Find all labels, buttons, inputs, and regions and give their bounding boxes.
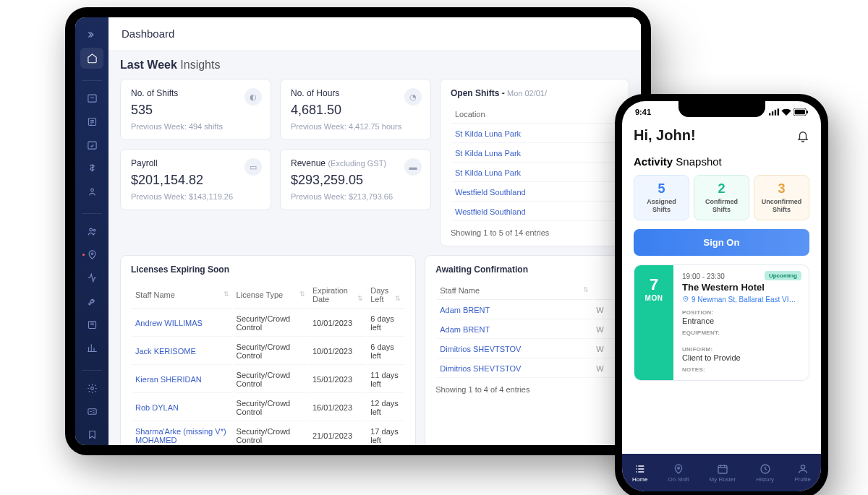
location-link[interactable]: St Kilda Luna Park xyxy=(452,145,617,163)
tablet-device: Dashboard Last Week Insights ◐ No. of Sh… xyxy=(65,7,651,455)
wrench-icon xyxy=(87,296,98,307)
sidebar-item-report[interactable] xyxy=(80,314,103,335)
snap-number: 5 xyxy=(637,181,686,197)
nav-history[interactable]: History xyxy=(756,463,774,483)
table-row[interactable]: Rob DYLANSecurity/Crowd Control16/01/202… xyxy=(132,395,404,421)
location-link[interactable]: St Kilda Luna Park xyxy=(452,164,617,182)
staff-link[interactable]: Kieran SHERIDAN xyxy=(132,366,232,393)
card-revenue: ▬ Revenue (Excluding GST) $293,259.05 Pr… xyxy=(280,149,431,210)
location-link[interactable]: Westfield Southland xyxy=(452,203,617,221)
card-hours: ◔ No. of Hours 4,681.50 Previous Week: 4… xyxy=(280,79,431,140)
sidebar-item-calendar[interactable] xyxy=(80,88,103,108)
table-row[interactable]: Westfield Southland xyxy=(452,203,617,221)
shift-day: 7 xyxy=(650,275,658,294)
staff-link[interactable]: Jack KERISOME xyxy=(132,338,232,365)
column-header[interactable]: Expiration Date⇅ xyxy=(310,282,366,309)
nav-on-shift[interactable]: On Shift xyxy=(668,463,689,483)
table-row[interactable]: Dimitrios SHEVTSTOVW xyxy=(437,360,617,378)
sidebar-item-card[interactable] xyxy=(80,401,103,421)
table-row[interactable]: Jack KERISOMESecurity/Crowd Control10/01… xyxy=(132,338,404,365)
nav-roster[interactable]: My Roster xyxy=(710,463,736,483)
staff-link[interactable]: Sharma'Arke (missing V*) MOHAMED xyxy=(132,423,232,445)
shift-card[interactable]: 7 MON Upcoming 19:00 - 23:30 The Western… xyxy=(634,264,809,381)
activity-icon xyxy=(87,272,98,283)
staff-link[interactable]: Adam BRENT xyxy=(437,321,592,339)
table-row[interactable]: Adam BRENTW xyxy=(437,301,617,319)
sidebar-expand-button[interactable] xyxy=(80,25,103,45)
awaiting-table: Staff Name⇅ Adam BRENTWAdam BRENTWDimitr… xyxy=(435,280,618,379)
table-row[interactable]: Westfield Southland xyxy=(452,184,617,202)
snapshot-card[interactable]: 3UnconfirmedShifts xyxy=(754,175,809,220)
nav-profile[interactable]: Profile xyxy=(794,463,811,483)
snapshot-card[interactable]: 5AssignedShifts xyxy=(634,175,689,220)
table-row[interactable]: Dimitrios SHEVTSTOVW xyxy=(437,340,617,358)
location-link[interactable]: St Kilda Luna Park xyxy=(452,125,617,143)
report-icon xyxy=(87,319,98,330)
sidebar-item-activity[interactable] xyxy=(80,268,103,288)
chevron-right-icon xyxy=(87,30,97,40)
table-row[interactable]: St Kilda Luna Park xyxy=(452,145,617,163)
staff-link[interactable]: Andrew WILLIMAS xyxy=(132,310,232,337)
sidebar-item-people[interactable] xyxy=(80,221,103,241)
sidebar-item-tools[interactable] xyxy=(80,291,103,311)
staff-link[interactable]: Dimitrios SHEVTSTOV xyxy=(437,340,592,358)
field-label: EQUIPMENT: xyxy=(682,330,800,336)
sidebar-item-person[interactable] xyxy=(80,181,103,202)
staff-link[interactable]: Rob DYLAN xyxy=(132,395,232,421)
table-cell: Security/Crowd Control xyxy=(234,366,308,393)
staff-link[interactable]: Adam BRENT xyxy=(437,301,592,319)
person-icon xyxy=(797,463,809,475)
column-header[interactable]: License Type⇅ xyxy=(234,282,308,309)
table-row[interactable]: Sharma'Arke (missing V*) MOHAMEDSecurity… xyxy=(132,423,404,445)
field-label: UNIFORM: xyxy=(682,346,800,353)
table-cell: W xyxy=(593,340,617,358)
field-label: POSITION: xyxy=(682,309,800,316)
notifications-button[interactable] xyxy=(796,129,809,142)
card-value: $293,259.05 xyxy=(291,173,420,188)
shift-venue: The Western Hotel xyxy=(682,282,800,293)
snap-number: 3 xyxy=(757,181,806,197)
phone-screen: 9:41 Hi, John! Activity Snapshot 5Assign… xyxy=(622,101,821,491)
column-header[interactable]: Staff Name⇅ xyxy=(437,282,592,300)
sidebar-item-sheet[interactable] xyxy=(80,111,103,132)
card-prev: Previous Week: $213,793.66 xyxy=(291,192,420,201)
shift-weekday: MON xyxy=(645,294,663,302)
staff-link[interactable]: Dimitrios SHEVTSTOV xyxy=(437,360,592,378)
svg-rect-9 xyxy=(88,409,95,415)
phone-notch xyxy=(678,101,765,117)
sidebar-item-bookmark[interactable] xyxy=(80,425,103,445)
main-content: Dashboard Last Week Insights ◐ No. of Sh… xyxy=(109,17,641,445)
sidebar-item-dollar[interactable] xyxy=(80,158,103,178)
column-header[interactable]: Location xyxy=(452,106,617,124)
column-header[interactable]: Staff Name⇅ xyxy=(132,282,232,309)
table-cell: 21/01/2023 xyxy=(310,423,366,445)
table-row[interactable]: Adam BRENTW xyxy=(437,321,617,339)
table-cell: 10/01/2023 xyxy=(310,310,366,337)
svg-point-3 xyxy=(90,189,93,191)
sign-on-button[interactable]: Sign On xyxy=(634,229,809,256)
snapshot-card[interactable]: 2ConfirmedShifts xyxy=(694,175,749,220)
table-cell: Security/Crowd Control xyxy=(234,395,308,421)
snap-label: UnconfirmedShifts xyxy=(757,198,806,214)
table-row[interactable]: Andrew WILLIMASSecurity/Crowd Control10/… xyxy=(132,310,404,337)
sidebar-item-settings[interactable] xyxy=(80,378,103,398)
column-header[interactable]: Days Left⇅ xyxy=(367,282,404,309)
sidebar-item-analytics[interactable] xyxy=(80,338,103,358)
nav-home[interactable]: Home xyxy=(632,463,647,483)
shift-address[interactable]: 9 Newman St, Ballarat East VI… xyxy=(682,296,800,304)
sidebar-item-location[interactable] xyxy=(80,244,103,264)
sidebar-item-home[interactable] xyxy=(80,48,103,68)
table-cell: Security/Crowd Control xyxy=(234,338,308,365)
table-cell: Security/Crowd Control xyxy=(234,423,308,445)
sidebar-item-calendar-check[interactable] xyxy=(80,134,103,155)
location-link[interactable]: Westfield Southland xyxy=(452,184,617,202)
svg-rect-15 xyxy=(795,110,805,115)
table-row[interactable]: St Kilda Luna Park xyxy=(452,164,617,182)
table-row[interactable]: St Kilda Luna Park xyxy=(452,125,617,143)
table-cell: 15/01/2023 xyxy=(310,366,366,393)
table-row[interactable]: Kieran SHERIDANSecurity/Crowd Control15/… xyxy=(132,366,404,393)
snap-label: AssignedShifts xyxy=(637,198,686,214)
table-cell: Security/Crowd Control xyxy=(234,310,308,337)
card-value: 535 xyxy=(131,103,260,118)
sheet-icon xyxy=(87,116,98,127)
